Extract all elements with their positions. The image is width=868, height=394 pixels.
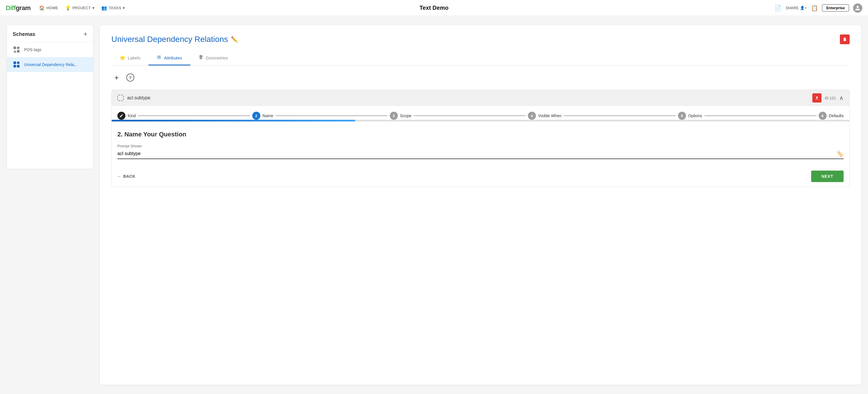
attribute-id: ID 121 — [825, 96, 836, 100]
form-section: 2. Name Your Question Prompt Shown 🏷️ — [112, 121, 849, 166]
nav-project[interactable]: 💡 PROJECT ▾ — [65, 5, 94, 11]
sidebar-item-label: POS tags — [24, 48, 41, 52]
step-line-5 — [704, 116, 816, 116]
content: Universal Dependency Relations ✏️ ⭐ Labe… — [100, 25, 861, 385]
header-nav: 🏠 HOME 💡 PROJECT ▾ 👥 TASKS ▾ — [39, 5, 774, 11]
logo-suffix: gram — [16, 4, 31, 11]
attribute-collapse-icon[interactable]: ∧ — [839, 94, 844, 101]
step-defaults[interactable]: 6 Defaults — [818, 112, 844, 120]
step-line-3 — [414, 116, 526, 116]
step-visible-when-label: Visible When — [538, 114, 561, 118]
project-icon: 💡 — [65, 5, 71, 11]
sidebar-add-button[interactable]: + — [84, 31, 87, 37]
sidebar-header: Schemas + — [7, 31, 93, 42]
step-options[interactable]: 5 Options — [678, 112, 702, 120]
sidebar-item-label: Universal Dependency Rela... — [24, 62, 77, 67]
form-footer: ← BACK NEXT — [112, 166, 849, 187]
tasks-dropdown-icon: ▾ — [123, 6, 125, 10]
step-scope[interactable]: 3 Scope — [390, 112, 412, 120]
home-icon: 🏠 — [39, 5, 45, 11]
share-add-icon: 👤+ — [800, 6, 807, 10]
attribute-card: acl subtype ID 121 ∧ Kind — [112, 90, 849, 187]
page-title: Text Demo — [420, 5, 448, 11]
step-line-1 — [138, 116, 250, 116]
geometries-tab-icon — [198, 55, 204, 61]
back-label: BACK — [123, 174, 135, 179]
step-name-label: Name — [262, 114, 273, 118]
nav-project-label: PROJECT — [72, 6, 91, 10]
attribute-action-button[interactable] — [812, 93, 822, 102]
step-name[interactable]: 2 Name — [252, 112, 273, 120]
delete-schema-button[interactable] — [840, 34, 849, 44]
attribute-name: acl subtype — [127, 95, 150, 100]
content-title-row: Universal Dependency Relations ✏️ — [112, 35, 238, 44]
sidebar: Schemas + POS tags — [7, 25, 93, 169]
step-kind-circle — [117, 112, 125, 120]
step-visible-when[interactable]: 4 Visible When — [528, 112, 561, 120]
schema-title: Universal Dependency Relations — [112, 35, 228, 44]
sidebar-item-pos-tags[interactable]: POS tags — [7, 42, 93, 57]
tab-geometries-label: Geometries — [206, 55, 228, 60]
file-icon: 📄 — [774, 5, 782, 11]
attribute-card-header: acl subtype ID 121 ∧ — [112, 90, 849, 106]
step-name-circle: 2 — [252, 112, 260, 120]
sidebar-item-universal-dependency[interactable]: Universal Dependency Rela... — [7, 57, 93, 72]
add-row: + ? — [112, 72, 849, 83]
logo[interactable]: Diffgram — [6, 4, 30, 12]
labels-tab-icon: ⭐ — [119, 55, 125, 61]
sidebar-title: Schemas — [12, 31, 35, 37]
avatar[interactable] — [853, 3, 862, 12]
step-scope-circle: 3 — [390, 112, 398, 120]
tabs: ⭐ Labels Attributes Geometries — [112, 51, 849, 65]
share-label: SHARE — [786, 6, 799, 10]
main-layout: Schemas + POS tags — [0, 16, 868, 394]
back-button[interactable]: ← BACK — [117, 174, 135, 179]
nav-home-label: HOME — [46, 6, 58, 10]
content-header: Universal Dependency Relations ✏️ — [112, 34, 849, 44]
step-options-circle: 5 — [678, 112, 686, 120]
tab-attributes-label: Attributes — [164, 55, 182, 60]
tab-geometries[interactable]: Geometries — [190, 51, 236, 65]
step-scope-label: Scope — [400, 114, 412, 118]
back-arrow-icon: ← — [117, 174, 122, 179]
step-kind[interactable]: Kind — [117, 112, 136, 120]
tab-labels[interactable]: ⭐ Labels — [112, 51, 148, 65]
help-button[interactable]: ? — [126, 73, 134, 82]
edit-title-icon[interactable]: ✏️ — [231, 36, 238, 43]
step-options-label: Options — [688, 114, 702, 118]
project-dropdown-icon: ▾ — [92, 6, 95, 10]
stepper: Kind 2 Name 3 Scope 4 Visible Wh — [112, 106, 849, 120]
enterprise-button[interactable]: Enterprise — [822, 4, 849, 11]
next-button[interactable]: NEXT — [811, 171, 844, 182]
attr-name-row: acl subtype — [117, 95, 150, 101]
step-defaults-label: Defaults — [829, 114, 844, 118]
step-line-2 — [276, 116, 388, 116]
tag-icon: 🏷️ — [836, 150, 844, 157]
step-defaults-circle: 6 — [818, 112, 827, 120]
copy-icon: 📋 — [811, 5, 818, 11]
dashed-square-icon — [117, 95, 124, 101]
add-attribute-button[interactable]: + — [112, 72, 122, 83]
form-input-row: 🏷️ — [117, 150, 844, 159]
prompt-input[interactable] — [117, 150, 833, 157]
attributes-tab-icon — [156, 55, 162, 61]
nav-tasks-label: TASKS — [109, 6, 121, 10]
header: Diffgram 🏠 HOME 💡 PROJECT ▾ 👥 TASKS ▾ Te… — [0, 0, 868, 16]
step-kind-label: Kind — [128, 114, 136, 118]
step-line-4 — [564, 116, 676, 116]
nav-tasks[interactable]: 👥 TASKS ▾ — [101, 5, 125, 11]
form-title: 2. Name Your Question — [117, 131, 844, 138]
logo-highlight: Diff — [6, 4, 16, 11]
step-visible-when-circle: 4 — [528, 112, 536, 120]
tab-attributes[interactable]: Attributes — [148, 51, 190, 65]
header-right: 📄 SHARE 👤+ 📋 Enterprise — [774, 3, 862, 12]
tasks-icon: 👥 — [101, 5, 107, 11]
share-button[interactable]: SHARE 👤+ — [786, 6, 807, 10]
nav-home[interactable]: 🏠 HOME — [39, 5, 58, 11]
universal-dep-icon — [12, 61, 21, 69]
form-label: Prompt Shown — [117, 144, 844, 148]
attr-header-right: ID 121 ∧ — [812, 93, 844, 102]
tab-labels-label: Labels — [128, 55, 141, 60]
pos-tags-icon — [12, 46, 21, 54]
